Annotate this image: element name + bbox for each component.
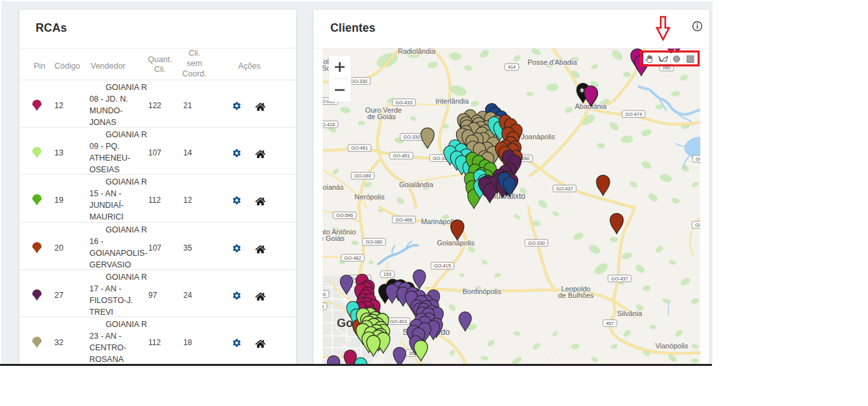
svg-text:Nerópolis: Nerópolis	[354, 193, 385, 201]
svg-text:Silvânia: Silvânia	[617, 310, 643, 317]
svg-text:GO-403: GO-403	[390, 319, 407, 324]
svg-text:GO-080: GO-080	[354, 173, 371, 179]
svg-text:de Goiás: de Goiás	[323, 234, 345, 242]
svg-text:GO-416: GO-416	[323, 122, 335, 128]
svg-text:GO-437: GO-437	[556, 186, 573, 192]
svg-text:Vianópolis: Vianópolis	[656, 342, 689, 350]
svg-text:GO-466: GO-466	[396, 217, 413, 223]
svg-text:GO-330: GO-330	[350, 78, 367, 84]
svg-text:GO-451: GO-451	[393, 153, 410, 159]
svg-text:Goianás: Goianás	[323, 183, 344, 191]
svg-text:GO-060: GO-060	[323, 291, 326, 297]
svg-text:Goialândia: Goialândia	[399, 181, 433, 188]
svg-text:de Bulhões: de Bulhões	[558, 291, 594, 299]
svg-text:GO-474: GO-474	[696, 156, 700, 162]
svg-text:153: 153	[383, 271, 391, 277]
svg-text:Bonfinópolis: Bonfinópolis	[463, 288, 501, 295]
svg-text:414: 414	[508, 64, 516, 70]
svg-text:GO-474: GO-474	[625, 111, 642, 117]
svg-text:Interlândia: Interlândia	[435, 97, 469, 105]
svg-text:Goianápolis: Goianápolis	[437, 239, 475, 247]
svg-text:060: 060	[521, 155, 529, 161]
svg-text:GO-069: GO-069	[323, 304, 324, 310]
svg-text:GO-433: GO-433	[396, 100, 413, 106]
svg-text:Posse d'Abadia: Posse d'Abadia	[527, 58, 577, 66]
svg-text:GO-330: GO-330	[528, 240, 545, 246]
svg-text:GO-437: GO-437	[611, 276, 628, 282]
svg-text:GO-080: GO-080	[366, 239, 383, 245]
svg-text:GO-462: GO-462	[345, 255, 361, 261]
svg-text:457: 457	[606, 321, 613, 326]
svg-text:Radiolândia: Radiolândia	[398, 49, 436, 55]
svg-text:GO-020: GO-020	[695, 222, 700, 228]
svg-text:de Goiás: de Goiás	[367, 113, 396, 120]
svg-text:GO-451: GO-451	[351, 145, 368, 151]
svg-text:GO-415: GO-415	[434, 263, 451, 269]
svg-text:GO-330: GO-330	[404, 134, 420, 140]
svg-text:GO-546: GO-546	[336, 212, 353, 218]
svg-text:Joanápolis: Joanápolis	[521, 133, 555, 141]
